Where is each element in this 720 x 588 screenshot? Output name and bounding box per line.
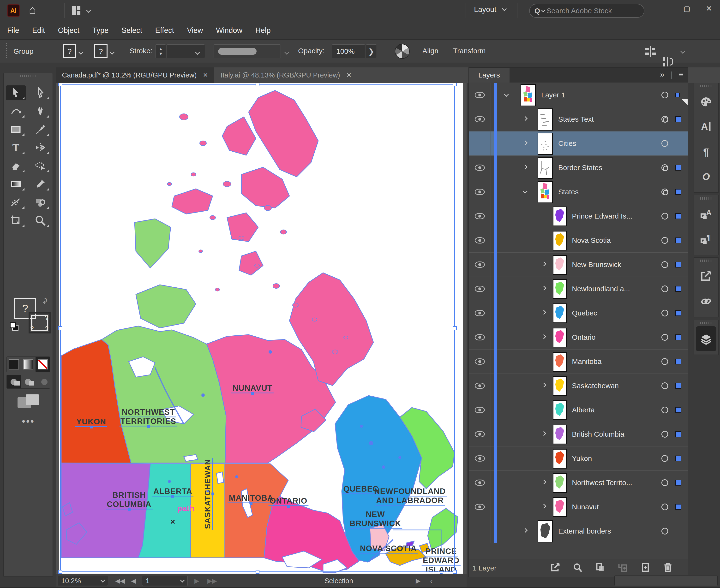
layer-thumbnail[interactable]: [538, 157, 553, 179]
color-button[interactable]: [7, 357, 21, 372]
character-styles-panel-icon[interactable]: A: [694, 202, 718, 227]
selection-handle[interactable]: [453, 570, 457, 574]
opacity-field[interactable]: 100%: [332, 44, 365, 58]
chevron-down-icon[interactable]: [110, 50, 115, 55]
selection-indicator[interactable]: [675, 334, 681, 340]
layer-thumbnail[interactable]: [538, 108, 553, 130]
stroke-color-proxy[interactable]: ? ? ?: [28, 312, 50, 334]
brush-definition-dropdown[interactable]: [213, 44, 281, 58]
layer-name[interactable]: Prince Edward Is...: [572, 212, 632, 220]
type-tool[interactable]: T: [6, 140, 26, 155]
target-circle-icon[interactable]: [661, 455, 668, 462]
menu-item-help[interactable]: Help: [255, 26, 271, 35]
artboard-tool[interactable]: [6, 213, 26, 228]
gradient-button[interactable]: [21, 357, 36, 372]
illustrator-logo[interactable]: Ai: [7, 4, 20, 17]
menu-item-file[interactable]: File: [7, 26, 19, 35]
target-circle-icon[interactable]: [661, 334, 668, 341]
align-link[interactable]: Align: [423, 47, 438, 56]
target-circle-icon[interactable]: [661, 164, 668, 171]
menu-item-object[interactable]: Object: [58, 26, 79, 35]
visibility-toggle[interactable]: [469, 180, 491, 204]
map-label[interactable]: MANITOBA: [228, 493, 274, 505]
reflect-tool[interactable]: [30, 140, 50, 155]
layer-row-prince-edward-is[interactable]: Prince Edward Is...: [469, 204, 688, 228]
target-circle-icon[interactable]: [661, 92, 668, 98]
visibility-toggle[interactable]: [469, 471, 491, 495]
target-circle-icon[interactable]: [661, 358, 668, 365]
layer-thumbnail[interactable]: [553, 328, 567, 348]
target-circle-icon[interactable]: [661, 213, 668, 219]
target-circle-icon[interactable]: [661, 407, 668, 413]
visibility-toggle[interactable]: [469, 422, 491, 446]
map-label[interactable]: NORTHWESTTERRITORIES: [119, 407, 177, 428]
artboard-number-dropdown[interactable]: 1: [142, 576, 188, 586]
visibility-toggle[interactable]: [469, 228, 491, 252]
map-island-axel[interactable]: [222, 117, 256, 155]
menu-item-effect[interactable]: Effect: [155, 26, 174, 35]
map-label[interactable]: ALBERTA: [152, 487, 193, 498]
close-button[interactable]: ✕: [698, 0, 720, 17]
color-panel-icon[interactable]: [694, 89, 718, 114]
draw-normal-button[interactable]: [7, 375, 21, 388]
map-label[interactable]: NOVA SCOTIA: [359, 544, 418, 553]
layer-thumbnail[interactable]: [553, 473, 567, 493]
map-label[interactable]: NUNAVUT: [231, 384, 274, 395]
layer-name[interactable]: Alberta: [572, 406, 595, 414]
visibility-toggle[interactable]: [469, 446, 491, 470]
target-circle-icon[interactable]: [661, 261, 668, 268]
zoom-level-dropdown[interactable]: 10.2%: [58, 576, 108, 586]
selection-handle[interactable]: [453, 83, 457, 86]
scroll-left-icon[interactable]: ‹: [430, 577, 433, 586]
map-island-devon[interactable]: [242, 167, 289, 208]
visibility-toggle[interactable]: [469, 253, 491, 277]
layer-name[interactable]: Manitoba: [572, 357, 601, 365]
rectangle-tool[interactable]: [6, 122, 26, 137]
close-tab-icon[interactable]: ✕: [203, 71, 208, 79]
panel-grip[interactable]: [4, 73, 53, 79]
workspace-switcher[interactable]: Layout: [474, 5, 506, 14]
selection-indicator[interactable]: [675, 93, 680, 97]
layers-panel-icon[interactable]: [696, 326, 716, 351]
layer-name[interactable]: British Columbia: [572, 430, 624, 438]
selection-indicator[interactable]: [675, 310, 681, 316]
direct-selection-tool[interactable]: [30, 85, 50, 100]
paragraph-panel-icon[interactable]: ¶: [694, 139, 718, 164]
layer-row-manitoba[interactable]: Manitoba: [469, 350, 688, 374]
selection-indicator[interactable]: [675, 286, 681, 292]
selection-indicator[interactable]: [675, 213, 681, 219]
visibility-toggle[interactable]: [469, 495, 491, 519]
layer-thumbnail[interactable]: [553, 400, 567, 420]
layer-row-quebec[interactable]: Quebec: [469, 301, 688, 325]
dock-resize-bar[interactable]: [614, 575, 718, 586]
target-circle-icon[interactable]: [661, 479, 668, 486]
layer-row-states[interactable]: States: [469, 180, 688, 204]
selection-indicator[interactable]: [675, 407, 681, 413]
stroke-weight-field[interactable]: [167, 44, 205, 58]
opentype-panel-icon[interactable]: O: [694, 164, 718, 189]
rotate-view-tool[interactable]: [30, 158, 50, 173]
layer-name[interactable]: Saskatchewan: [572, 382, 619, 390]
curvature-tool[interactable]: [6, 104, 26, 119]
layer-name[interactable]: Quebec: [572, 309, 597, 317]
distribute-objects-icon[interactable]: [663, 57, 674, 67]
selection-indicator[interactable]: [675, 480, 681, 486]
collapse-icon[interactable]: [523, 189, 528, 194]
map-island-king-william[interactable]: [239, 251, 263, 275]
search-input[interactable]: Q Search Adobe Stock: [529, 4, 644, 18]
new-layer-button[interactable]: [640, 561, 651, 574]
layer-name[interactable]: External borders: [558, 527, 611, 535]
layer-thumbnail[interactable]: [553, 352, 567, 372]
expand-icon[interactable]: [541, 286, 546, 291]
target-circle-icon[interactable]: [661, 431, 668, 438]
expand-icon[interactable]: [523, 165, 528, 169]
transform-link[interactable]: Transform: [453, 47, 486, 56]
expand-icon[interactable]: [523, 528, 528, 533]
layer-thumbnail[interactable]: [538, 520, 553, 542]
layer-thumbnail[interactable]: [553, 497, 567, 517]
target-circle-icon[interactable]: [661, 237, 668, 244]
visibility-toggle[interactable]: [469, 350, 491, 374]
target-circle-icon[interactable]: [661, 189, 668, 195]
layer-row-border-states[interactable]: Border States: [469, 156, 688, 180]
selection-indicator[interactable]: [675, 237, 681, 243]
